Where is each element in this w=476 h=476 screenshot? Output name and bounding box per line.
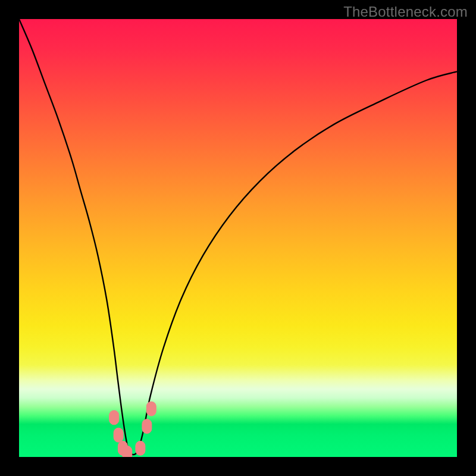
valley-marker <box>136 441 145 455</box>
valley-marker <box>114 428 123 442</box>
valley-marker <box>109 411 119 425</box>
chart-svg <box>19 19 457 457</box>
chart-frame: TheBottleneck.com <box>0 0 476 476</box>
valley-marker <box>146 402 156 416</box>
valley-marker <box>123 446 132 457</box>
bottleneck-curve <box>19 19 457 455</box>
watermark-text: TheBottleneck.com <box>343 4 468 20</box>
valley-marker <box>142 419 152 434</box>
plot-area <box>19 19 457 457</box>
valley-markers <box>109 402 156 457</box>
